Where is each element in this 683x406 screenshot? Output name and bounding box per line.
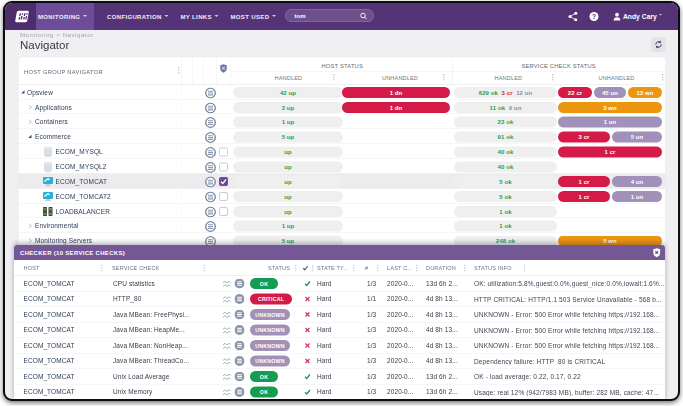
- svg-text:?: ?: [592, 12, 596, 19]
